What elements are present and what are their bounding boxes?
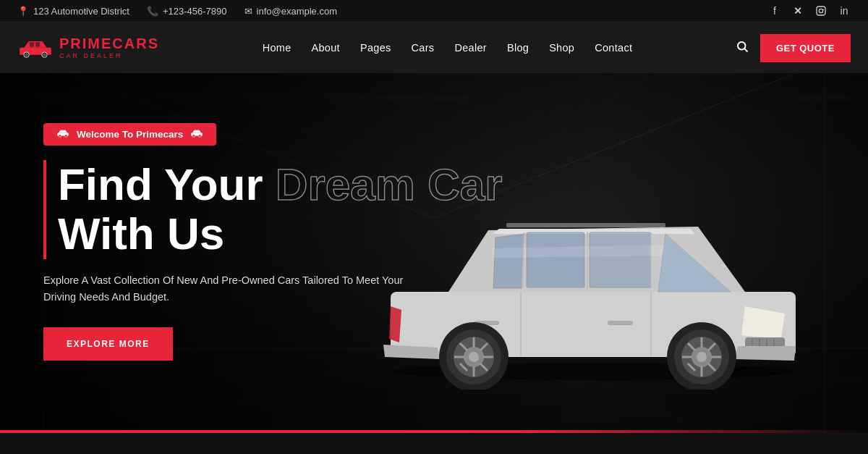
hero-title-find: Find Your (58, 159, 276, 209)
nav-item-dealer[interactable]: Dealer (454, 41, 487, 54)
svg-point-68 (192, 135, 195, 138)
nav-item-shop[interactable]: Shop (549, 41, 574, 54)
svg-point-41 (697, 352, 707, 362)
logo-subtitle: CAR DEALER (59, 52, 159, 59)
email-icon: ✉ (244, 6, 252, 17)
bottom-accent-line (0, 430, 868, 433)
phone-item: 📞 +123-456-7890 (147, 6, 227, 17)
nav-link-dealer[interactable]: Dealer (454, 42, 487, 54)
logo-text: PRIMECARS CAR DEALER (59, 36, 159, 59)
nav-item-about[interactable]: About (312, 41, 340, 54)
svg-rect-24 (590, 232, 651, 287)
badge-car-icon-right (190, 129, 203, 140)
nav-item-pages[interactable]: Pages (360, 41, 391, 54)
svg-rect-63 (506, 223, 665, 227)
nav-item-home[interactable]: Home (263, 41, 292, 54)
x-twitter-icon[interactable]: ✕ (791, 4, 804, 17)
nav-link-about[interactable]: About (312, 42, 340, 54)
address-item: 📍 123 Automotive District (17, 6, 129, 17)
phone-icon: 📞 (147, 6, 158, 17)
nav-item-blog[interactable]: Blog (507, 41, 529, 54)
nav-menu: Home About Pages Cars Dealer Blog Shop C… (263, 41, 633, 54)
svg-point-69 (199, 135, 202, 138)
badge-car-icon-left (56, 129, 69, 140)
email-item: ✉ info@example.com (244, 6, 337, 17)
instagram-icon[interactable] (814, 4, 827, 17)
logo-prime: PRIME (59, 35, 112, 51)
svg-point-65 (59, 135, 61, 138)
svg-point-6 (43, 54, 46, 56)
nav-right-area: GET QUOTE (736, 34, 851, 62)
hero-section: Welcome To Primecars Find Your Dream Car… (0, 73, 868, 433)
svg-rect-1 (30, 42, 34, 46)
hero-subtitle: Explore A Vast Collection Of New And Pre… (43, 272, 420, 306)
svg-point-7 (738, 42, 746, 50)
search-button[interactable] (736, 40, 749, 56)
top-bar: 📍 123 Automotive District 📞 +123-456-789… (0, 0, 868, 22)
svg-rect-2 (35, 42, 40, 46)
nav-link-blog[interactable]: Blog (507, 42, 529, 54)
svg-rect-30 (608, 321, 633, 325)
email-text: info@example.com (257, 6, 337, 17)
nav-link-cars[interactable]: Cars (412, 42, 435, 54)
logo-car-icon (17, 38, 54, 58)
facebook-icon[interactable]: f (768, 4, 781, 17)
logo-cars: CARS (112, 35, 159, 51)
nav-link-home[interactable]: Home (263, 42, 292, 54)
phone-text: +123-456-7890 (163, 6, 227, 17)
address-text: 123 Automotive District (33, 6, 129, 17)
badge-text: Welcome To Primecars (77, 129, 183, 140)
social-links: f ✕ in (768, 4, 851, 17)
get-quote-button[interactable]: GET QUOTE (760, 34, 851, 62)
top-bar-left: 📍 123 Automotive District 📞 +123-456-789… (17, 6, 337, 17)
location-icon: 📍 (17, 6, 29, 17)
welcome-badge: Welcome To Primecars (43, 123, 216, 146)
nav-item-contact[interactable]: Contact (595, 41, 632, 54)
svg-rect-23 (527, 232, 584, 287)
hero-title-line2: With Us (58, 209, 502, 258)
explore-more-button[interactable]: EXPLORE MORE (43, 327, 173, 361)
navbar: PRIMECARS CAR DEALER Home About Pages Ca… (0, 22, 868, 73)
nav-link-pages[interactable]: Pages (360, 42, 391, 54)
hero-title: Find Your Dream Car With Us (43, 160, 502, 258)
svg-point-4 (25, 54, 28, 56)
nav-link-contact[interactable]: Contact (595, 42, 632, 54)
svg-point-66 (64, 135, 67, 138)
nav-link-shop[interactable]: Shop (549, 42, 574, 54)
linkedin-icon[interactable]: in (838, 4, 851, 17)
svg-line-8 (744, 49, 747, 51)
hero-content: Welcome To Primecars Find Your Dream Car… (43, 123, 502, 361)
logo-area: PRIMECARS CAR DEALER (17, 36, 159, 59)
logo-brand-name: PRIMECARS (59, 36, 159, 51)
hero-title-dream: Dream Car (276, 159, 503, 209)
hero-title-line1: Find Your Dream Car (58, 160, 502, 209)
nav-item-cars[interactable]: Cars (412, 41, 435, 54)
